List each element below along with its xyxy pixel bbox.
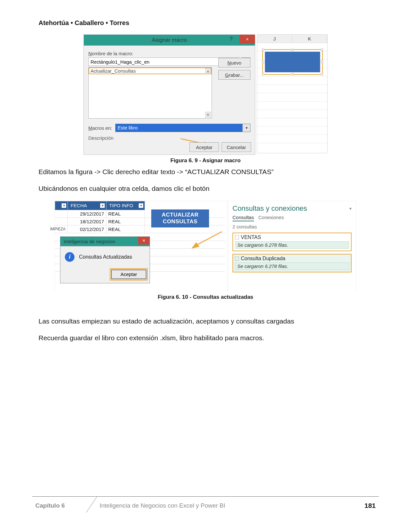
messagebox-text: Consultas Actualizadas: [79, 254, 132, 260]
macro-listbox[interactable]: Actualizar_Consultas ▴ ▾: [88, 67, 212, 119]
macro-name-label: Nombre de la macro:: [88, 51, 250, 56]
paragraph-3: Las consultas empiezan su estado de actu…: [39, 316, 372, 326]
descripcion-label: Descripción: [88, 135, 250, 141]
scroll-up-icon[interactable]: ▴: [205, 68, 211, 74]
filter-dropdown-icon[interactable]: ▾: [100, 203, 105, 208]
chevron-down-icon[interactable]: ▾: [242, 124, 250, 132]
figure-consultas-actualizadas: ▾ FECHA▾ TIPO INFO▾ 29/12/2017 REAL 18/1…: [55, 201, 356, 291]
filter-dropdown-icon[interactable]: ▾: [62, 203, 66, 208]
paragraph-4: Recuerda guardar el libro con extensión …: [39, 333, 372, 343]
column-header-tipo-info[interactable]: TIPO INFO▾: [106, 201, 145, 210]
svg-line-4: [86, 497, 97, 513]
close-button[interactable]: ×: [240, 35, 255, 44]
tab-consultas[interactable]: Consultas: [232, 215, 254, 221]
messagebox: Inteligencia de negocios ✕ i Consultas A…: [60, 236, 150, 283]
figure-caption-2: Figura 6. 10 - Consultas actualizadas: [39, 294, 372, 300]
query-loading-icon: [235, 257, 239, 261]
filter-dropdown-icon[interactable]: ▾: [139, 203, 143, 208]
pane-menu-icon[interactable]: ▾: [349, 206, 352, 211]
nuevo-button[interactable]: Nuevo: [218, 58, 250, 67]
tab-conexiones[interactable]: Conexiones: [258, 215, 284, 221]
svg-line-2: [195, 232, 222, 246]
page-header-authors: Atehortúa • Caballero • Torres: [39, 19, 372, 27]
figure-asignar-macro: J K Asignar macro ? ×: [83, 34, 328, 155]
macros-en-combo[interactable]: Este libro ▾: [115, 124, 250, 132]
paragraph-1: Editamos la figura -> Clic derecho edita…: [39, 167, 372, 177]
actualizar-consultas-button[interactable]: ACTUALIZAR CONSULTAS: [151, 209, 209, 227]
svg-marker-3: [191, 242, 199, 249]
page-number: 181: [364, 502, 376, 510]
query-item-consulta-duplicada[interactable]: Consulta Duplicada Se cargaron 6.278 fil…: [232, 254, 352, 272]
macro-name-input[interactable]: [88, 58, 240, 66]
page-footer: Capítulo 6 Inteligencia de Negocios con …: [0, 496, 411, 513]
aceptar-button[interactable]: Aceptar: [189, 142, 219, 152]
column-header-fecha[interactable]: FECHA▾: [68, 201, 106, 210]
footer-book-title: Inteligencia de Negocios con Excel y Pow…: [100, 502, 225, 509]
selected-shape-rectangle[interactable]: [262, 49, 323, 75]
column-header-j[interactable]: J: [257, 35, 292, 43]
queries-connections-pane: Consultas y conexiones ▾ Consultas Conex…: [228, 201, 356, 291]
paragraph-2: Ubicándonos en cualquier otra celda, dam…: [39, 184, 372, 193]
annotation-arrow-icon: [190, 230, 225, 249]
macros-en-value: Este libro: [116, 124, 250, 132]
query-status: Se cargaron 6.278 filas.: [235, 241, 349, 249]
messagebox-title: Inteligencia de negocios: [64, 239, 115, 244]
footer-chapter: Capítulo 6: [32, 502, 87, 509]
queries-count: 2 consultas: [232, 224, 352, 229]
scroll-down-icon[interactable]: ▾: [205, 112, 211, 118]
info-icon: i: [65, 252, 74, 262]
grabar-button[interactable]: Grabar...: [218, 70, 250, 80]
assign-macro-dialog: Asignar macro ? × Nombre de la macro: Ac…: [83, 34, 255, 155]
footer-divider-icon: [86, 497, 97, 513]
query-loading-icon: [235, 235, 239, 239]
query-status: Se cargaron 6.278 filas.: [235, 262, 349, 270]
cancelar-button[interactable]: Cancelar: [222, 142, 251, 152]
column-header-k[interactable]: K: [292, 35, 327, 43]
close-icon[interactable]: ✕: [138, 237, 150, 244]
macros-en-label: Macros en:: [88, 125, 112, 131]
messagebox-ok-button[interactable]: Aceptar: [111, 270, 146, 279]
table-header: ▾ FECHA▾ TIPO INFO▾: [55, 201, 225, 210]
dialog-title: Asignar macro: [152, 37, 187, 43]
query-item-ventas[interactable]: VENTAS Se cargaron 6.278 filas.: [232, 233, 352, 251]
column-header-blank[interactable]: ▾: [55, 201, 68, 210]
pane-title: Consultas y conexiones: [232, 204, 307, 213]
macro-list-item[interactable]: Actualizar_Consultas: [89, 68, 211, 74]
figure-caption-1: Figura 6. 9 - Asignar macro: [39, 157, 372, 164]
help-button[interactable]: ?: [227, 35, 236, 44]
